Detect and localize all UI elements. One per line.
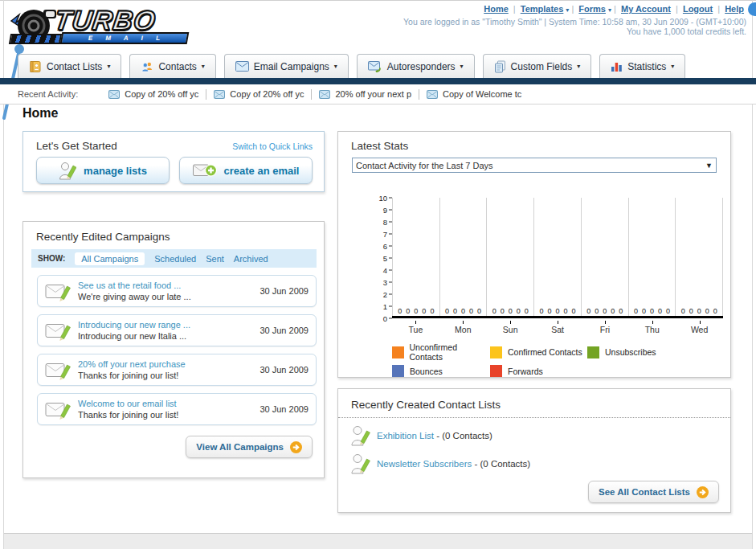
y-tick-label: 2 (383, 290, 387, 299)
chevron-down-icon: ▼ (705, 162, 713, 170)
campaign-row[interactable]: See us at the retail food ...We're givin… (37, 275, 317, 307)
tab-label: Contacts (158, 61, 196, 72)
filter-all-campaigns[interactable]: All Campaigns (75, 252, 145, 265)
y-tick-label: 4 (383, 266, 387, 275)
chart-value-label: 0 (650, 307, 654, 315)
chart-plot-area: 00000000000000000000000000000000000 (392, 198, 723, 318)
chevron-down-icon: ▾ (566, 6, 569, 14)
envelope-icon (319, 90, 330, 99)
chart-day-column: 00000 (533, 198, 581, 316)
top-nav-link-help[interactable]: Help (725, 4, 744, 14)
chart-value-label: 0 (642, 307, 646, 315)
login-status-text: You are logged in as "Timothy Smith" | S… (403, 17, 746, 27)
campaign-subtitle: Thanks for joining our list! (78, 370, 186, 381)
tab-label: Autoresponders (387, 61, 456, 72)
legend-label: Forwards (508, 367, 543, 376)
chart-value-label: 0 (469, 307, 473, 315)
view-all-campaigns-label: View All Campaigns (196, 442, 284, 452)
chart-value-label: 0 (453, 307, 457, 315)
campaign-title-link[interactable]: Welcome to our email list (78, 398, 178, 409)
top-nav-link-templates[interactable]: Templates (521, 4, 564, 14)
campaign-row[interactable]: 20% off your next purchaseThanks for joi… (37, 354, 317, 386)
y-axis-tick: 6 (383, 242, 392, 251)
tab-contact-lists[interactable]: Contact Lists▾ (18, 54, 121, 78)
show-label: SHOW: (38, 254, 65, 263)
tab-statistics[interactable]: Statistics▾ (599, 54, 685, 78)
recent-activity-item[interactable]: Copy of 20% off yc (214, 89, 304, 99)
create-email-button[interactable]: create an email (179, 157, 313, 184)
help-bubble-icon[interactable] (748, 2, 756, 16)
legend-label: Unconfirmed Contacts (410, 342, 490, 362)
campaign-title-link[interactable]: Introducing our new range ... (78, 319, 190, 330)
contacts-icon (141, 60, 153, 73)
chart-value-labels: 00000 (534, 307, 581, 315)
campaign-row[interactable]: Welcome to our email listThanks for join… (37, 393, 317, 425)
chart-value-label: 0 (658, 307, 662, 315)
filter-sent[interactable]: Sent (206, 254, 224, 264)
chart-value-label: 0 (509, 307, 513, 315)
chart-day-column: 00000 (486, 198, 533, 316)
switch-quick-links-link[interactable]: Switch to Quick Links (232, 141, 313, 151)
manage-lists-button[interactable]: manage lists (36, 157, 170, 184)
legend-item: Bounces (392, 365, 490, 377)
chart-value-label: 0 (556, 307, 560, 315)
view-all-campaigns-button[interactable]: View All Campaigns (186, 436, 313, 458)
tab-custom-fields[interactable]: Custom Fields▾ (483, 54, 592, 78)
contact-list-link[interactable]: Newsletter Subscribers (377, 459, 472, 469)
page-title: Home (22, 106, 58, 121)
y-axis-tick: 5 (383, 254, 392, 263)
tab-autoresponders[interactable]: Autoresponders▾ (357, 54, 475, 78)
campaign-list: See us at the retail food ...We're givin… (23, 268, 324, 425)
y-tick-label: 3 (383, 278, 387, 287)
y-axis-tick: 7 (383, 230, 392, 239)
chart-value-label: 0 (634, 307, 638, 315)
campaign-date: 30 Jun 2009 (259, 286, 309, 296)
stats-period-select[interactable]: Contact Activity for the Last 7 Days ▼ (352, 158, 717, 173)
chevron-down-icon: ▾ (334, 63, 337, 70)
chevron-down-icon: ▾ (460, 63, 464, 70)
latest-stats-panel: Latest Stats Contact Activity for the La… (337, 131, 731, 378)
x-axis-label: Wed (676, 321, 723, 334)
brand-bar: E M A I L (60, 32, 190, 44)
chart-value-label: 0 (619, 307, 623, 315)
envelope-icon (108, 90, 120, 99)
y-tick-label: 1 (383, 302, 387, 311)
contact-list-item[interactable]: Newsletter Subscribers - (0 Contacts) (338, 449, 730, 477)
contact-list-link[interactable]: Exhibition List (377, 431, 434, 440)
campaign-edit-icon (45, 359, 71, 381)
see-all-contact-lists-button[interactable]: See All Contact Lists (588, 481, 719, 503)
tab-label: Email Campaigns (254, 61, 329, 72)
chart-value-label: 0 (713, 307, 717, 315)
campaign-subtitle: Thanks for joining our list! (78, 409, 178, 420)
recent-activity-item-label: Copy of 20% off yc (125, 89, 198, 99)
chart-value-label: 0 (697, 307, 701, 315)
chart-value-label: 0 (406, 307, 410, 315)
filter-archived[interactable]: Archived (234, 254, 268, 264)
campaign-edit-icon (45, 399, 71, 420)
legend-item: Unsubscribes (587, 342, 656, 362)
chart-day-column: 00000 (581, 198, 628, 316)
top-nav-link-my-account[interactable]: My Account (621, 4, 671, 14)
campaign-row[interactable]: Introducing our new range ...Introducing… (37, 314, 317, 346)
top-nav-link-forms[interactable]: Forms (578, 4, 606, 14)
recent-activity-item[interactable]: Copy of Welcome tc (427, 89, 521, 99)
recent-activity-item[interactable]: Copy of 20% off yc (108, 89, 198, 99)
legend-item: Confirmed Contacts (490, 342, 587, 362)
campaign-title-link[interactable]: See us at the retail food ... (78, 280, 191, 291)
y-tick-label: 8 (383, 218, 387, 227)
y-axis-tick: 9 (383, 206, 392, 215)
y-tick-label: 6 (383, 242, 387, 251)
recent-activity-item[interactable]: 20% off your next p (319, 89, 411, 99)
page-footer (4, 533, 752, 549)
tab-contacts[interactable]: Contacts▾ (129, 54, 215, 78)
contact-list-item[interactable]: Exhibition List - (0 Contacts) (338, 421, 730, 449)
navy-divider-bar (0, 78, 756, 84)
turbo-email-logo[interactable]: TURBO E M A I L (8, 5, 197, 50)
campaign-title-link[interactable]: 20% off your next purchase (78, 358, 186, 370)
tab-email-campaigns[interactable]: Email Campaigns▾ (224, 54, 349, 78)
filter-scheduled[interactable]: Scheduled (154, 254, 196, 264)
top-nav-link-home[interactable]: Home (484, 4, 509, 14)
top-nav-link-logout[interactable]: Logout (683, 4, 713, 14)
legend-label: Confirmed Contacts (508, 347, 582, 357)
legend-label: Unsubscribes (605, 347, 656, 357)
